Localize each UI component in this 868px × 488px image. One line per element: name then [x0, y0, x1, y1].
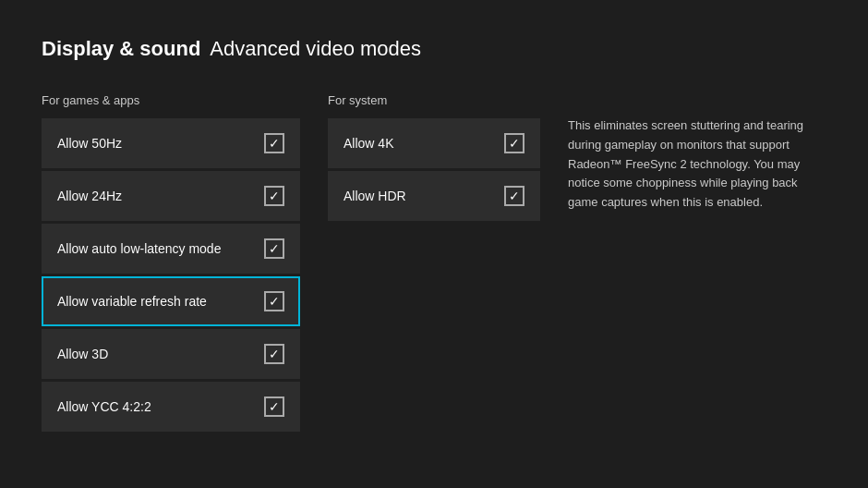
page: Display & sound Advanced video modes For…: [0, 0, 868, 488]
setting-item-allow-ycc-422[interactable]: Allow YCC 4:2:2: [42, 382, 300, 432]
setting-item-allow-50hz[interactable]: Allow 50Hz: [42, 118, 300, 168]
checkbox-allow-hdr[interactable]: [504, 186, 524, 206]
setting-label-allow-4k: Allow 4K: [344, 136, 393, 151]
content: For games & apps Allow 50HzAllow 24HzAll…: [42, 93, 826, 451]
setting-label-allow-auto-low-latency: Allow auto low-latency mode: [57, 241, 221, 256]
header-sub-title: Advanced video modes: [210, 37, 421, 61]
setting-label-allow-24hz: Allow 24Hz: [57, 189, 122, 203]
setting-label-allow-hdr: Allow HDR: [344, 189, 406, 203]
checkbox-allow-3d[interactable]: [264, 344, 284, 364]
setting-item-allow-3d[interactable]: Allow 3D: [42, 329, 300, 379]
setting-label-allow-50hz: Allow 50Hz: [57, 136, 122, 151]
setting-item-allow-auto-low-latency[interactable]: Allow auto low-latency mode: [42, 224, 300, 274]
checkbox-allow-variable-refresh-rate[interactable]: [264, 291, 284, 311]
header-main-title: Display & sound: [42, 37, 200, 61]
checkbox-allow-ycc-422[interactable]: [264, 396, 284, 417]
left-column-items: Allow 50HzAllow 24HzAllow auto low-laten…: [42, 118, 300, 434]
setting-item-allow-variable-refresh-rate[interactable]: Allow variable refresh rate: [42, 276, 300, 326]
info-column: This eliminates screen stuttering and te…: [568, 93, 826, 451]
setting-label-allow-ycc-422: Allow YCC 4:2:2: [57, 399, 151, 414]
system-column-items: Allow 4KAllow HDR: [328, 118, 540, 224]
checkbox-allow-4k[interactable]: [504, 133, 524, 153]
setting-item-allow-24hz[interactable]: Allow 24Hz: [42, 171, 300, 221]
left-column-label: For games & apps: [42, 93, 300, 107]
left-column: For games & apps Allow 50HzAllow 24HzAll…: [42, 93, 300, 451]
setting-label-allow-3d: Allow 3D: [57, 347, 108, 361]
checkbox-allow-50hz[interactable]: [264, 133, 284, 153]
setting-label-allow-variable-refresh-rate: Allow variable refresh rate: [57, 294, 207, 309]
info-text: This eliminates screen stuttering and te…: [568, 116, 826, 213]
setting-item-allow-hdr[interactable]: Allow HDR: [328, 171, 540, 221]
header: Display & sound Advanced video modes: [42, 37, 826, 61]
system-column-label: For system: [328, 93, 540, 107]
checkbox-allow-24hz[interactable]: [264, 186, 284, 206]
system-column: For system Allow 4KAllow HDR: [328, 93, 540, 451]
checkbox-allow-auto-low-latency[interactable]: [264, 238, 284, 259]
setting-item-allow-4k[interactable]: Allow 4K: [328, 118, 540, 168]
